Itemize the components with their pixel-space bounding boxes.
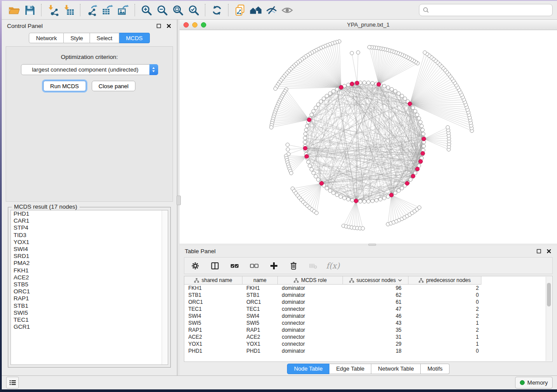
tab-edge-table[interactable]: Edge Table [329,364,371,374]
table-panel-title: Table Panel [185,248,532,254]
mcds-result-item[interactable]: RAP1 [11,295,168,302]
splitter-handle[interactable] [176,196,181,205]
mcds-result-item[interactable]: PHD1 [11,210,168,217]
duplicate-network-button[interactable] [232,3,248,17]
mcds-result-item[interactable]: STB5 [11,281,168,288]
mcds-result-title: MCDS result (17 nodes) [12,203,80,210]
float-panel-button[interactable] [156,23,162,29]
zoom-selected-button[interactable] [186,3,201,17]
mcds-result-item[interactable]: ORC1 [11,288,168,295]
table-tabs: Node TableEdge TableNetwork TableMotifs [180,362,557,375]
zoom-fit-button[interactable] [170,3,186,17]
export-image-button[interactable] [115,3,131,17]
select-all-rows-button[interactable] [229,261,240,271]
table-scrollbar-thumb[interactable] [547,283,551,306]
table-toolbar: f(x) [184,257,553,274]
vertical-splitter[interactable] [177,20,180,375]
add-column-button[interactable] [269,261,279,271]
deselect-all-rows-button[interactable] [249,261,259,271]
shared-column-icon [194,278,199,283]
hide-panels-button[interactable] [263,3,279,17]
mcds-result-item[interactable]: YOX1 [11,239,168,246]
mcds-result-item[interactable]: STB1 [11,303,168,309]
close-window-button[interactable] [183,22,189,28]
table-cell: 2 [408,285,481,291]
network-graph[interactable] [180,30,557,244]
mcds-result-item[interactable]: TID3 [11,232,168,239]
save-session-button[interactable] [22,3,38,17]
mcds-result-item[interactable]: ACE2 [11,274,168,281]
control-panel-title: Control Panel [7,23,152,29]
import-network-button[interactable] [45,3,61,17]
maximize-window-button[interactable] [201,22,206,28]
column-visibility-button[interactable] [210,261,220,271]
function-icon: f(x) [326,261,340,270]
tab-motifs[interactable]: Motifs [421,364,450,374]
show-all-networks-button[interactable] [248,3,263,17]
table-row[interactable]: PHD1PHD1dominator180 [184,347,546,354]
main-toolbar [2,1,557,20]
zoom-in-button[interactable] [138,3,154,17]
tab-network-table[interactable]: Network Table [371,364,421,374]
table-row[interactable]: SWI5SWI5connector431 [184,320,546,327]
table-row[interactable]: SWI4SWI4dominator462 [184,313,546,320]
mcds-result-item[interactable]: GCR1 [11,323,168,330]
close-table-panel-button[interactable] [546,248,552,254]
import-table-button[interactable] [61,3,76,17]
mcds-result-item[interactable]: STP4 [11,224,168,231]
table-cell: 35 [343,327,408,333]
list-icon [9,380,16,385]
memory-button[interactable]: Memory [515,377,553,389]
splitter-handle-horizontal[interactable] [368,244,376,246]
float-table-panel-button[interactable] [536,248,542,254]
table-settings-button[interactable] [190,261,201,271]
column-header-successor-nodes[interactable]: successor nodes [343,276,408,285]
close-panel-button[interactable] [166,23,172,29]
tab-select[interactable]: Select [90,33,119,43]
table-row[interactable]: STB1STB1dominator620 [184,292,546,299]
task-history-button[interactable] [6,377,19,389]
table-row[interactable]: FKH1FKH1dominator962 [184,285,546,292]
tab-network[interactable]: Network [29,33,64,43]
column-header-label: successor nodes [356,277,396,283]
table-cell: 0 [408,292,481,298]
mcds-result-item[interactable]: PMA2 [11,260,168,267]
mcds-result-item[interactable]: SRD1 [11,253,168,260]
column-header-predecessor-nodes[interactable]: predecessor nodes [408,276,481,285]
run-mcds-button[interactable]: Run MCDS [43,81,86,91]
mcds-result-item[interactable]: CAR1 [11,217,168,224]
table-row[interactable]: YOX1YOX1connector291 [184,340,546,347]
column-header-name[interactable]: name [242,276,278,285]
duplicate-network-icon [234,4,246,16]
export-table-button[interactable] [100,3,115,17]
tab-style[interactable]: Style [64,33,90,43]
minimize-window-button[interactable] [192,22,197,28]
table-row[interactable]: ORC1ORC1dominator610 [184,299,546,306]
search-box [419,4,553,16]
tab-node-table[interactable]: Node Table [287,364,330,374]
horizontal-splitter[interactable] [180,244,557,246]
mcds-result-item[interactable]: SWI5 [11,309,168,316]
column-header-label: name [253,277,266,283]
mcds-list-scrollbar[interactable] [162,210,168,364]
table-row[interactable]: RAP1RAP1dominator352 [184,327,546,334]
column-header-MCDS-role[interactable]: MCDS role [278,276,343,285]
table-row[interactable]: TEC1TEC1connector472 [184,306,546,313]
mcds-result-item[interactable]: FKH1 [11,267,168,274]
mcds-result-item[interactable]: SWI4 [11,246,168,253]
tab-mcds[interactable]: MCDS [119,33,149,43]
open-session-button[interactable] [6,3,22,17]
show-panels-button[interactable] [279,3,295,17]
table-row[interactable]: ACE2ACE2connector311 [184,334,546,340]
network-view-titlebar: YPA_prune.txt_1 [180,20,557,30]
column-header-shared-name[interactable]: shared name [184,276,242,285]
close-icon [547,249,551,254]
export-network-button[interactable] [84,3,100,17]
zoom-out-button[interactable] [154,3,170,17]
optimization-criterion-select[interactable]: largest connected component (undirected) [21,64,158,75]
refresh-network-button[interactable] [209,3,225,17]
mcds-result-item[interactable]: TEC1 [11,316,168,323]
close-panel-button-mcds[interactable]: Close panel [92,81,136,91]
search-input[interactable] [432,7,549,14]
delete-column-button[interactable] [288,261,299,271]
